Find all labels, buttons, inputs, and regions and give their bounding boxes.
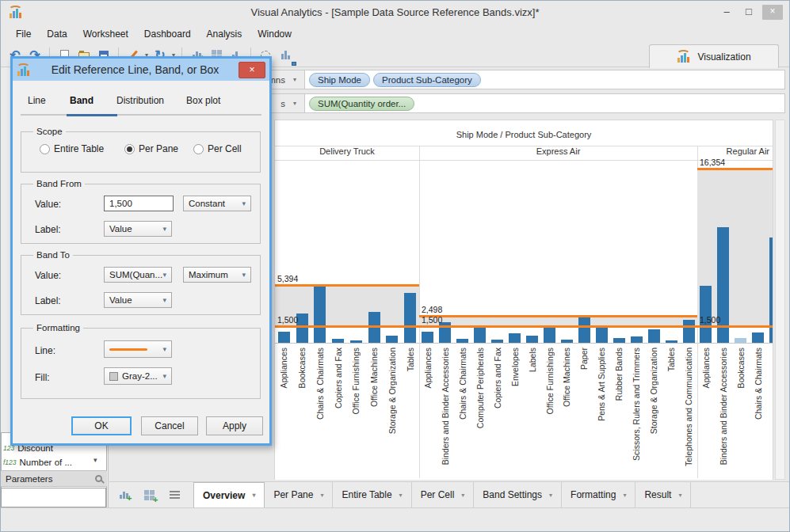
bar[interactable] (456, 339, 468, 343)
sheet-list-icon[interactable] (166, 486, 182, 504)
new-dashboard-icon[interactable]: + (141, 486, 157, 504)
band-from-value-input[interactable]: 1,500 (104, 196, 174, 211)
pill-sum-quantity[interactable]: SUM(Quantity order... (309, 97, 414, 111)
dialog-close-icon[interactable]: × (239, 62, 265, 78)
menu-file[interactable]: File (9, 26, 38, 44)
category-label: Appliances (278, 348, 289, 388)
dialog-tab-box-plot[interactable]: Box plot (186, 95, 220, 106)
minimize-button[interactable]: – (716, 5, 737, 20)
bar[interactable] (578, 317, 590, 343)
title-bar: Visual Analytics - [Sample Data Source R… (1, 1, 789, 25)
close-button[interactable]: × (762, 5, 783, 20)
menu-dashboard[interactable]: Dashboard (137, 26, 198, 44)
menu-worksheet[interactable]: Worksheet (76, 26, 135, 44)
chevron-down-icon[interactable]: ▾ (320, 492, 323, 499)
bar[interactable] (474, 328, 486, 343)
bar[interactable] (422, 332, 433, 343)
dialog-tab-band[interactable]: Band (70, 95, 94, 106)
band-to-label-dropdown[interactable]: Value▾ (104, 292, 172, 308)
bar[interactable] (491, 340, 503, 343)
sheet-tab-per-pane[interactable]: Per Pane▾ (265, 482, 333, 507)
bar[interactable] (386, 336, 398, 343)
bar[interactable] (544, 328, 555, 343)
vertical-scrollbar[interactable] (775, 120, 785, 480)
parameters-header[interactable]: Parameters (1, 470, 107, 487)
chart-box-icon[interactable] (277, 47, 293, 64)
chevron-down-icon: ▾ (242, 200, 246, 207)
fill-style-dropdown[interactable]: Gray-2... ▾ (104, 367, 172, 385)
radio-per-pane[interactable]: Per Pane (124, 143, 178, 154)
chevron-down-icon[interactable]: ▾ (549, 492, 552, 499)
sheet-tab-entire-table[interactable]: Entire Table▾ (333, 482, 411, 507)
bar[interactable] (683, 320, 695, 343)
bar[interactable] (332, 339, 344, 343)
bar[interactable] (613, 338, 625, 343)
radio-icon[interactable] (40, 144, 50, 154)
sheet-tab-result[interactable]: Result▾ (635, 482, 691, 507)
bar[interactable] (596, 328, 608, 343)
reference-line-label: 2,498 (422, 305, 442, 314)
sheet-tab-overview[interactable]: Overview▾ (193, 482, 265, 507)
bar[interactable] (631, 336, 643, 343)
line-style-dropdown[interactable]: ▾ (104, 340, 172, 358)
bar[interactable] (350, 340, 362, 343)
radio-entire-table[interactable]: Entire Table (40, 143, 104, 154)
maximize-button[interactable]: □ (738, 5, 759, 20)
bar[interactable] (526, 336, 538, 343)
chevron-down-icon[interactable]: ▾ (623, 492, 626, 499)
chevron-down-icon[interactable]: ▾ (252, 492, 255, 499)
category-label: Office Furnishings (350, 348, 361, 414)
rows-pills: SUM(Quantity order... (305, 94, 784, 112)
category-label: Office Machines (368, 348, 380, 407)
calculated-numeric-field-icon: f123 (3, 458, 17, 466)
search-icon[interactable] (95, 475, 102, 482)
bar[interactable] (648, 329, 660, 343)
dialog-tab-distribution[interactable]: Distribution (116, 95, 164, 106)
bar[interactable] (509, 333, 521, 343)
bar[interactable] (314, 286, 326, 343)
bar[interactable] (735, 338, 746, 343)
parameters-filter-input[interactable] (1, 488, 106, 507)
dialog-title-bar[interactable]: Edit Reference Line, Band, or Box × (13, 59, 269, 81)
chevron-down-icon[interactable]: ▾ (293, 76, 296, 83)
sheet-tab-per-cell[interactable]: Per Cell▾ (412, 482, 475, 507)
category-label: Appliances (700, 348, 712, 388)
menu-data[interactable]: Data (40, 26, 74, 44)
visualization-icon (677, 51, 692, 63)
pane-divider (419, 146, 420, 478)
cancel-button[interactable]: Cancel (141, 416, 198, 435)
band-to-value-dropdown[interactable]: SUM(Quan...▾ (104, 267, 172, 283)
tab-visualization[interactable]: Visualization (649, 44, 779, 68)
scroll-down-icon[interactable]: ▾ (94, 456, 97, 464)
pill-product-sub-category[interactable]: Product Sub-Category (373, 73, 481, 87)
chevron-down-icon[interactable]: ▾ (461, 492, 464, 499)
dialog-tab-line[interactable]: Line (28, 95, 46, 106)
apply-button[interactable]: Apply (206, 416, 263, 435)
radio-per-cell[interactable]: Per Cell (193, 143, 242, 154)
band-from-label-dropdown[interactable]: Value▾ (104, 221, 172, 237)
radio-selected-icon[interactable] (124, 144, 135, 154)
radio-icon[interactable] (193, 144, 204, 154)
bar[interactable] (752, 332, 764, 343)
pill-ship-mode[interactable]: Ship Mode (309, 73, 370, 87)
bar[interactable] (561, 340, 573, 343)
dialog-title: Edit Reference Line, Band, or Box (32, 63, 239, 76)
chevron-down-icon[interactable]: ▾ (399, 492, 403, 499)
field-item-number-of[interactable]: f123 Number of ... (3, 455, 92, 469)
ok-button[interactable]: OK (71, 416, 132, 435)
menu-analysis[interactable]: Analysis (200, 26, 250, 44)
chevron-down-icon[interactable]: ▾ (678, 492, 681, 499)
band-from-type-dropdown[interactable]: Constant▾ (183, 196, 251, 211)
menu-window[interactable]: Window (250, 26, 299, 44)
sheet-tab-formatting[interactable]: Formatting▾ (562, 482, 635, 507)
bar[interactable] (278, 332, 290, 343)
bar[interactable] (404, 293, 416, 343)
new-worksheet-icon[interactable]: + (116, 486, 132, 504)
sheet-tab-band-settings[interactable]: Band Settings▾ (474, 482, 562, 507)
chevron-down-icon[interactable]: ▾ (293, 100, 296, 107)
reference-line (419, 325, 697, 328)
category-label: Tables (405, 348, 416, 371)
reference-line-label: 1,500 (700, 315, 720, 325)
bar[interactable] (666, 340, 677, 343)
band-to-aggregation-dropdown[interactable]: Maximum▾ (183, 267, 251, 283)
